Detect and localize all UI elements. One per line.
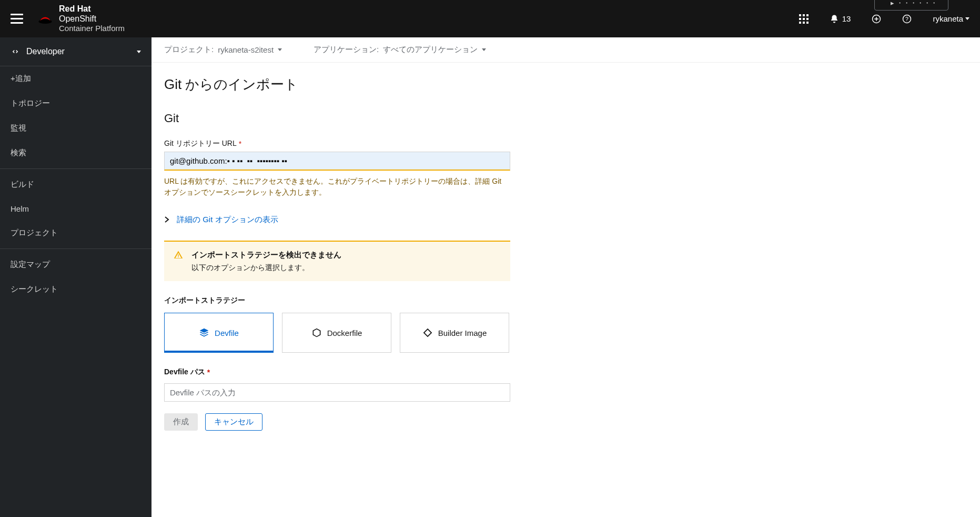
svg-rect-1 [799, 14, 801, 16]
advanced-git-options-toggle[interactable]: 詳細の Git オプションの表示 [164, 215, 665, 225]
svg-point-0 [38, 19, 52, 23]
brand-logo: Red HatOpenShift Container Platform [38, 4, 125, 33]
warning-triangle-icon [174, 250, 183, 261]
topbar-chip-fragment: ▸ ・・・・・・ [874, 0, 948, 11]
svg-text:?: ? [906, 15, 909, 22]
devfile-path-input[interactable] [164, 383, 510, 402]
nav-monitoring[interactable]: 監視 [0, 116, 151, 141]
required-asterisk: * [207, 368, 210, 376]
hamburger-menu-button[interactable] [11, 13, 23, 25]
notification-count: 13 [842, 14, 851, 23]
svg-rect-5 [803, 18, 805, 20]
strategy-detection-alert: インポートストラテジーを検出できません 以下のオプションから選択します。 [164, 241, 510, 281]
git-section-title: Git [164, 112, 665, 125]
import-strategy-label: インポートストラテジー [164, 296, 665, 305]
nav-search[interactable]: 検索 [0, 141, 151, 165]
nav-builds[interactable]: ビルド [0, 172, 151, 197]
svg-rect-7 [799, 22, 801, 24]
git-url-warning: URL は有効ですが、これにアクセスできません。これがプライベートリポジトリーの… [164, 176, 510, 198]
alert-body: 以下のオプションから選択します。 [191, 263, 502, 273]
plus-circle-icon [872, 14, 881, 24]
caret-down-icon [965, 17, 969, 20]
topbar: ▸ ・・・・・・ Red HatOpenShift Container Plat… [0, 0, 980, 37]
create-button[interactable]: 作成 [164, 413, 198, 431]
app-launcher-button[interactable] [799, 14, 809, 24]
cancel-button[interactable]: キャンセル [205, 413, 262, 431]
svg-rect-9 [806, 22, 809, 24]
strategy-builder-image[interactable]: Builder Image [400, 313, 509, 353]
git-url-input[interactable] [164, 152, 510, 171]
redhat-fedora-icon [38, 13, 53, 25]
svg-rect-8 [803, 22, 805, 24]
username: rykaneta [933, 14, 963, 23]
nav-separator [0, 168, 151, 169]
git-url-label: Git リポジトリー URL * [164, 139, 665, 148]
layers-icon [199, 327, 209, 338]
cube-icon [311, 327, 322, 338]
nav-configmaps[interactable]: 設定マップ [0, 252, 151, 277]
nav-secrets[interactable]: シークレット [0, 277, 151, 302]
nav-topology[interactable]: トポロジー [0, 91, 151, 116]
nav-separator [0, 248, 151, 249]
brand-line2: Container Platform [59, 24, 125, 33]
svg-rect-6 [806, 18, 809, 20]
main-content: プロジェクト: rykaneta-s2itest アプリケーション: すべてのア… [151, 37, 980, 517]
strategy-options: Devfile Dockerfile Builder Image [164, 313, 665, 353]
caret-down-icon [278, 48, 282, 51]
svg-rect-3 [806, 14, 809, 16]
code-icon [11, 47, 20, 56]
context-bar: プロジェクト: rykaneta-s2itest アプリケーション: すべてのア… [151, 37, 980, 63]
caret-down-icon [482, 48, 486, 51]
required-asterisk: * [239, 140, 241, 148]
form-footer-actions: 作成 キャンセル [164, 413, 665, 431]
nav-project[interactable]: プロジェクト [0, 221, 151, 245]
nav-helm[interactable]: Helm [0, 197, 151, 221]
svg-rect-2 [803, 14, 805, 16]
page-title: Git からのインポート [164, 75, 665, 94]
svg-rect-4 [799, 18, 801, 20]
project-selector[interactable]: プロジェクト: rykaneta-s2itest [164, 45, 282, 55]
brand-line1: Red HatOpenShift [59, 4, 125, 24]
perspective-label: Developer [26, 47, 65, 56]
devfile-path-label: Devfile パス * [164, 367, 665, 377]
notifications-button[interactable]: 13 [830, 14, 851, 24]
sidebar: Developer +追加 トポロジー 監視 検索 ビルド Helm プロジェク… [0, 37, 151, 517]
user-menu[interactable]: rykaneta [933, 14, 969, 23]
strategy-devfile[interactable]: Devfile [164, 313, 274, 353]
chevron-right-icon [164, 216, 169, 224]
bell-icon [830, 14, 839, 24]
help-button[interactable]: ? [902, 14, 912, 24]
strategy-dockerfile[interactable]: Dockerfile [282, 313, 391, 353]
grid-icon [799, 14, 809, 24]
nav-add[interactable]: +追加 [0, 66, 151, 91]
caret-down-icon [137, 51, 141, 53]
question-circle-icon: ? [902, 14, 912, 24]
alert-title: インポートストラテジーを検出できません [191, 250, 502, 260]
diamond-icon [422, 327, 433, 338]
import-quick-button[interactable] [872, 14, 881, 24]
application-selector[interactable]: アプリケーション: すべてのアプリケーション [314, 45, 486, 55]
perspective-switcher[interactable]: Developer [0, 37, 151, 66]
